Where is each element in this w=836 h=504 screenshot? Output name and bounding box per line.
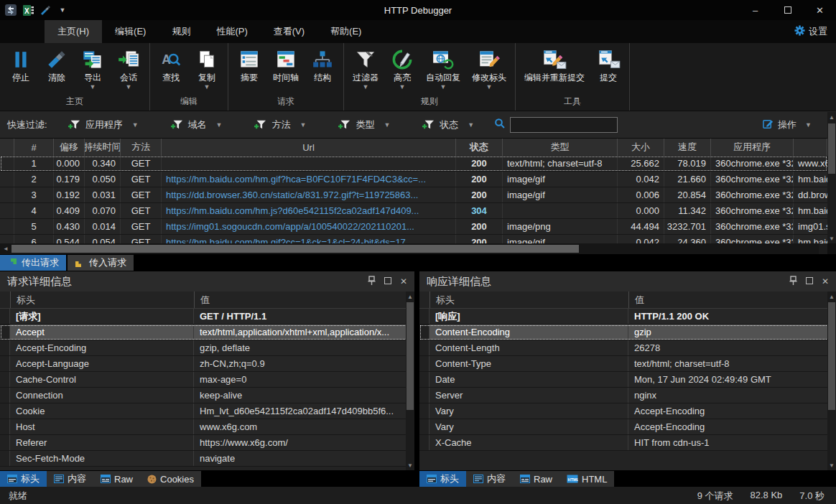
menu-item-5[interactable]: 查看(V) xyxy=(261,20,317,43)
header-row[interactable]: DateMon, 17 Jun 2024 02:49:49 GMT xyxy=(419,372,836,388)
float-panel-icon[interactable] xyxy=(806,276,813,286)
menu-item-1[interactable]: 主页(H) xyxy=(45,20,102,43)
column-header-1[interactable]: # xyxy=(14,139,54,156)
scroll-left-icon[interactable]: ◄ xyxy=(0,243,11,254)
table-row[interactable]: 60.5440.054GEThttps://hm.baidu.com/hm.gi… xyxy=(0,235,827,243)
ribbon-button-modify-headers[interactable]: 修改标头▼ xyxy=(466,45,512,94)
action-dropdown[interactable]: 操作 ▼ xyxy=(763,118,812,131)
quick-filter-4[interactable]: 类型▼ xyxy=(338,118,390,131)
column-header-9[interactable]: 速度 xyxy=(664,139,711,156)
pin-icon[interactable] xyxy=(789,276,797,287)
header-row[interactable]: Content-Encodinggzip xyxy=(419,325,836,340)
table-row[interactable]: 20.1790.050GEThttps://hm.baidu.com/hm.gi… xyxy=(0,172,827,187)
scroll-down-icon[interactable]: ▼ xyxy=(827,233,836,243)
column-header-8[interactable]: 大小 xyxy=(618,139,664,156)
column-header-7[interactable]: 类型 xyxy=(503,139,618,156)
scroll-up-icon[interactable]: ▲ xyxy=(406,291,414,302)
header-row[interactable]: Refererhttps://www.x6g.com/ xyxy=(0,435,414,451)
view-tab-html[interactable]: HTMLHTML xyxy=(559,471,614,487)
view-tab-标头[interactable]: 标头 xyxy=(0,471,47,487)
menu-item-2[interactable]: 编辑(E) xyxy=(102,20,159,43)
scroll-down-icon[interactable]: ▼ xyxy=(406,460,414,470)
ribbon-button-summary[interactable]: 摘要 xyxy=(231,45,267,94)
header-row[interactable]: Accept-Encodinggzip, deflate xyxy=(0,340,414,356)
vertical-scroll-thumb[interactable] xyxy=(828,123,835,174)
close-button[interactable]: ✕ xyxy=(804,0,836,20)
quick-filter-2[interactable]: 域名▼ xyxy=(170,118,223,131)
table-row[interactable]: 30.1920.031GEThttps://dd.browser.360.cn/… xyxy=(0,187,827,203)
header-row[interactable]: Cache-Controlmax-age=0 xyxy=(0,372,414,388)
excel-export-icon[interactable]: X xyxy=(22,4,34,17)
table-row[interactable]: 10.0000.340GET200text/html; charset=utf-… xyxy=(0,156,827,172)
ribbon-button-filter[interactable]: 过滤器▼ xyxy=(347,45,384,94)
ribbon-button-structure[interactable]: 结构 xyxy=(305,45,340,94)
column-header-value[interactable]: 值 xyxy=(628,291,836,308)
header-row[interactable]: Connectionkeep-alive xyxy=(0,388,414,403)
ribbon-button-autoreply[interactable]: 自动回复▼ xyxy=(420,45,466,94)
view-tab-raw[interactable]: Raw xyxy=(513,471,559,487)
maximize-button[interactable] xyxy=(771,0,804,20)
vertical-scroll-thumb[interactable] xyxy=(828,302,835,410)
quick-filter-1[interactable]: 应用程序▼ xyxy=(68,118,139,131)
header-row[interactable]: [响应]HTTP/1.1 200 OK xyxy=(419,309,836,325)
float-panel-icon[interactable] xyxy=(384,276,391,286)
ribbon-button-session[interactable]: 会话▼ xyxy=(111,45,147,94)
menu-item-4[interactable]: 性能(P) xyxy=(203,20,260,43)
scroll-down-icon[interactable]: ▼ xyxy=(827,460,836,470)
response-panel-scrollbar[interactable]: ▲ ▼ xyxy=(827,291,836,470)
ribbon-button-find[interactable]: A查找 xyxy=(153,45,189,94)
header-row[interactable]: Accept-Languagezh-CN,zh;q=0.9 xyxy=(0,356,414,372)
horizontal-scrollbar[interactable]: ◄ xyxy=(0,243,827,254)
quick-filter-5[interactable]: 状态▼ xyxy=(422,118,474,131)
ribbon-button-export[interactable]: 导出▼ xyxy=(75,45,111,94)
view-tab-cookies[interactable]: Cookies xyxy=(140,471,201,487)
settings-button[interactable]: 设置 xyxy=(794,20,827,43)
column-header-key[interactable]: 标头 xyxy=(429,291,628,308)
header-row[interactable]: [请求]GET / HTTP/1.1 xyxy=(0,309,414,325)
column-header-3[interactable]: 持续时间 xyxy=(85,139,121,156)
ribbon-button-pause[interactable]: 停止 xyxy=(3,45,39,94)
horizontal-scroll-thumb[interactable] xyxy=(11,245,579,253)
ribbon-button-highlight[interactable]: 高亮▼ xyxy=(384,45,420,94)
header-row[interactable]: Content-Length26278 xyxy=(419,340,836,356)
scroll-up-icon[interactable]: ▲ xyxy=(827,112,836,122)
view-tab-内容[interactable]: 内容 xyxy=(47,471,93,487)
close-panel-icon[interactable]: ✕ xyxy=(400,276,407,286)
header-row[interactable]: Accepttext/html,application/xhtml+xml,ap… xyxy=(0,325,414,340)
scroll-up-icon[interactable]: ▲ xyxy=(827,291,836,302)
ribbon-button-edit-resubmit[interactable]: 编辑并重新提交 xyxy=(519,45,590,94)
ribbon-button-submit[interactable]: 提交 xyxy=(590,45,626,94)
ribbon-button-copy[interactable]: 复制▼ xyxy=(189,45,225,94)
column-header-value[interactable]: 值 xyxy=(194,291,414,308)
search-input[interactable] xyxy=(510,117,618,133)
header-row[interactable]: X-CacheHIT from cdn-us-1 xyxy=(419,435,836,451)
table-vertical-scrollbar[interactable]: ▲ ▼ xyxy=(827,112,836,243)
column-header-10[interactable]: 应用程序 xyxy=(711,139,794,156)
column-header-5[interactable]: Url xyxy=(162,139,456,156)
menu-item-3[interactable]: 规则 xyxy=(159,20,203,43)
clear-brush-small-icon[interactable] xyxy=(39,4,52,17)
header-row[interactable]: VaryAccept-Encoding xyxy=(419,419,836,435)
session-tab-outgoing[interactable]: 传出请求 xyxy=(0,255,66,271)
qat-dropdown-icon[interactable]: ▼ xyxy=(56,4,69,17)
header-row[interactable]: Content-Typetext/html; charset=utf-8 xyxy=(419,356,836,372)
column-header-6[interactable]: 状态 xyxy=(456,139,503,156)
view-tab-raw[interactable]: Raw xyxy=(93,471,140,487)
quick-filter-3[interactable]: 方法▼ xyxy=(254,118,306,131)
column-header-11[interactable] xyxy=(794,139,827,156)
pin-icon[interactable] xyxy=(368,276,376,287)
header-row[interactable]: VaryAccept-Encoding xyxy=(419,403,836,419)
view-tab-标头[interactable]: 标头 xyxy=(419,471,466,487)
table-row[interactable]: 40.4090.070GEThttps://hm.baidu.com/hm.js… xyxy=(0,203,827,219)
column-header-key[interactable]: 标头 xyxy=(10,291,194,308)
header-row[interactable]: CookieHm_lvt_d60e542115f2ca02adf147d409b… xyxy=(0,403,414,419)
header-row[interactable]: Servernginx xyxy=(419,388,836,403)
vertical-scroll-thumb[interactable] xyxy=(407,302,414,410)
header-row[interactable]: Sec-Fetch-Modenavigate xyxy=(0,451,414,467)
table-row[interactable]: 50.4300.014GEThttps://img01.sogoucdn.com… xyxy=(0,219,827,235)
column-header-2[interactable]: 偏移 xyxy=(54,139,85,156)
ribbon-button-clear-brush[interactable]: 清除 xyxy=(39,45,75,94)
request-panel-scrollbar[interactable]: ▲ ▼ xyxy=(406,291,414,470)
ribbon-button-timeline[interactable]: 时间轴 xyxy=(267,45,305,94)
menu-item-6[interactable]: 帮助(E) xyxy=(317,20,374,43)
